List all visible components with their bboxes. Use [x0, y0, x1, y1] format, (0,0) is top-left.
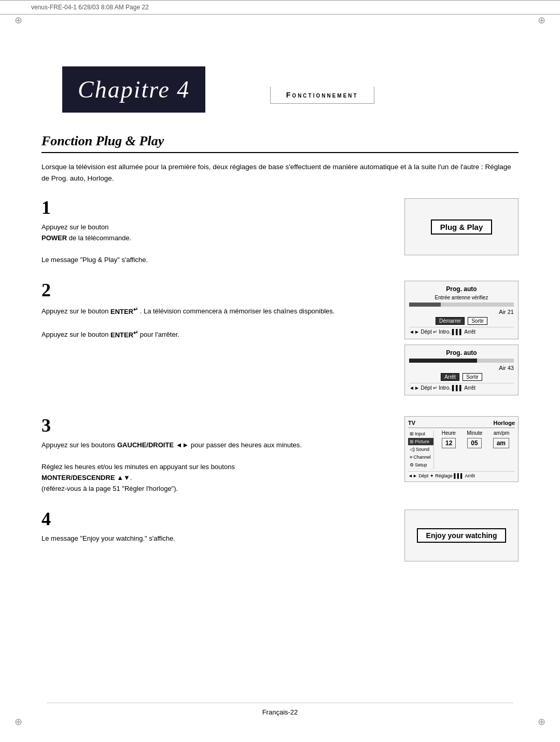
step-1-screen: Plug & Play: [404, 198, 519, 255]
clock-main: Heure Minute am/pm 12 05 am: [436, 430, 515, 469]
page-footer: Français-22: [0, 703, 560, 716]
step-1-tv-screen: Plug & Play: [404, 198, 519, 255]
step-3: 3 Appuyez sur les boutons GAUCHE/DROITE …: [41, 416, 519, 494]
sidebar-setup: ⚙Setup: [408, 461, 433, 469]
step-2-text-line3: Appuyez sur le bouton: [41, 331, 108, 339]
step-4: 4 Le message "Enjoy your watching." s'af…: [41, 510, 519, 561]
header-meta: venus-FRE-04-1 6/28/03 8:08 AM Page 22: [31, 4, 149, 11]
step-3-text-line2: pour passer des heures aux minutes.: [191, 441, 302, 449]
step-3-text-line4: .: [130, 474, 132, 482]
prog-auto-channel-1: Air 21: [499, 309, 514, 315]
clock-col3: am/pm: [494, 430, 510, 436]
main-content: Fonction Plug & Play Lorsque la télévisi…: [41, 133, 519, 561]
fonctionnement-label: Fonctionnement: [286, 91, 358, 99]
prog-auto-btns-1: Démarrer Sortir: [409, 317, 514, 325]
section-title: Fonction Plug & Play: [41, 133, 519, 153]
step-3-bold2: MONTER/DESCENDRE ▲▼: [41, 474, 130, 482]
footer-text: Français-22: [262, 708, 298, 716]
enjoy-screen: Enjoy your watching: [404, 510, 519, 561]
step-2-text-line1: Appuyez sur le bouton: [41, 308, 108, 315]
prog-auto-screen-2: Prog. auto Air 43 Arrêt Sortir ◄► Dépt ↵…: [404, 345, 519, 395]
clock-nav: ◄► Dépt ✦ Réglage ▌▌▌ Arrêt: [408, 471, 515, 478]
prog-auto-fill-2: [409, 359, 477, 363]
step-4-number: 4: [41, 510, 394, 528]
prog-auto-subtitle-1: Entrée antenne vérifiez: [409, 295, 514, 300]
step-4-screen: Enjoy your watching: [404, 510, 519, 561]
prog-auto-nav-2: ◄► Dépt ↵ Intro. ▌▌▌ Arrêt: [409, 383, 514, 391]
prog-auto-channel-row-1: Air 21: [409, 309, 514, 315]
clock-body: ⊞Input ⊞Picture ◁)Sound ≡Channel: [408, 430, 515, 469]
step-1-text-line2: de la télécommande.: [67, 234, 131, 242]
step-2-text-line4: pour l'arrêter.: [140, 331, 179, 339]
clock-col2: Minute: [467, 430, 482, 436]
clock-horloge-label: Horloge: [493, 420, 515, 426]
step-2-screens: Prog. auto Entrée antenne vérifiez Air 2…: [404, 281, 519, 401]
step-2-text-line2: . La télévision commencera à mémoriser l…: [140, 308, 335, 315]
prog-auto-btn2-2: Sortir: [463, 373, 482, 381]
step-1-screen-label: Plug & Play: [431, 219, 493, 235]
prog-auto-progress-2: [409, 359, 514, 363]
clock-screen: TV Horloge ⊞Input ⊞Picture ◁)S: [404, 416, 519, 482]
prog-auto-btn2-1: Sortir: [468, 317, 487, 325]
reg-mark-tr: ⊕: [538, 15, 545, 26]
clock-hour: 12: [442, 438, 456, 448]
step-2: 2 Appuyez sur le bouton ENTER↵ . La télé…: [41, 281, 519, 401]
prog-auto-channel-row-2: Air 43: [409, 365, 514, 371]
enjoy-label: Enjoy your watching: [417, 528, 507, 543]
step-2-left: 2 Appuyez sur le bouton ENTER↵ . La télé…: [41, 281, 394, 340]
step-3-left: 3 Appuyez sur les boutons GAUCHE/DROITE …: [41, 416, 394, 494]
clock-col1: Heure: [442, 430, 456, 436]
step-3-text: Appuyez sur les boutons GAUCHE/DROITE ◄►…: [41, 440, 394, 494]
step-3-text-line5: (référez-vous à la page 51 "Régler l'hor…: [41, 485, 178, 492]
sidebar-picture: ⊞Picture: [408, 438, 433, 446]
step-2-text: Appuyez sur le bouton ENTER↵ . La télévi…: [41, 305, 394, 340]
clock-minute: 05: [467, 438, 481, 448]
reg-mark-bl: ⊕: [15, 716, 22, 727]
prog-auto-title-1: Prog. auto: [409, 285, 514, 293]
prog-auto-btn1-1: Démarrer: [436, 317, 465, 325]
prog-auto-progress-1: [409, 303, 514, 307]
page: ⊕ ⊕ ⊕ ⊕ venus-FRE-04-1 6/28/03 8:08 AM P…: [0, 0, 560, 742]
clock-header: TV Horloge: [408, 420, 515, 428]
step-1-bold1: POWER: [41, 234, 67, 242]
step-4-left: 4 Le message "Enjoy your watching." s'af…: [41, 510, 394, 544]
chapter-box: Chapitre 4: [62, 66, 205, 113]
sidebar-sound: ◁)Sound: [408, 446, 433, 454]
clock-values: 12 05 am: [436, 438, 515, 448]
prog-auto-channel-2: Air 43: [499, 365, 514, 371]
intro-paragraph: Lorsque la télévision est allumée pour l…: [41, 161, 519, 184]
step-1-number: 1: [41, 198, 394, 217]
reg-mark-br: ⊕: [538, 716, 545, 727]
step-2-bold1: ENTER↵: [110, 308, 138, 315]
step-4-text-line1: Le message "Enjoy your watching." s'affi…: [41, 534, 175, 542]
clock-sidebar: ⊞Input ⊞Picture ◁)Sound ≡Channel: [408, 430, 434, 469]
sidebar-channel: ≡Channel: [408, 454, 433, 461]
step-3-text-line1: Appuyez sur les boutons: [41, 441, 115, 449]
prog-auto-nav-1: ◄► Dépt ↵ Intro. ▌▌▌ Arrêt: [409, 327, 514, 335]
step-2-bold2: ENTER↵: [110, 331, 138, 339]
prog-auto-fill-1: [409, 303, 441, 307]
step-1-text-line3: Le message "Plug & Play" s'affiche.: [41, 256, 148, 264]
prog-auto-btns-2: Arrêt Sortir: [409, 373, 514, 381]
step-1-text: Appuyez sur le bouton POWER de la téléco…: [41, 222, 394, 265]
step-3-bold1: GAUCHE/DROITE ◄►: [117, 441, 189, 449]
step-1-left: 1 Appuyez sur le bouton POWER de la télé…: [41, 198, 394, 265]
chapter-title: Chapitre 4: [78, 76, 190, 103]
step-3-text-line3: Réglez les heures et/ou les minutes en a…: [41, 463, 235, 471]
step-3-screen: TV Horloge ⊞Input ⊞Picture ◁)S: [404, 416, 519, 482]
step-4-text: Le message "Enjoy your watching." s'affi…: [41, 533, 394, 544]
step-2-number: 2: [41, 281, 394, 299]
step-1-text-line1: Appuyez sur le bouton: [41, 223, 108, 231]
step-3-number: 3: [41, 416, 394, 435]
clock-tv-label: TV: [408, 420, 415, 426]
clock-col-headers: Heure Minute am/pm: [436, 430, 515, 436]
reg-mark-tl: ⊕: [15, 15, 22, 26]
step-1: 1 Appuyez sur le bouton POWER de la télé…: [41, 198, 519, 265]
prog-auto-screen-1: Prog. auto Entrée antenne vérifiez Air 2…: [404, 281, 519, 339]
page-header: venus-FRE-04-1 6/28/03 8:08 AM Page 22: [0, 0, 560, 15]
clock-ampm: am: [493, 438, 509, 448]
sidebar-input: ⊞Input: [408, 430, 433, 438]
fonctionnement-box: Fonctionnement: [270, 87, 374, 104]
prog-auto-title-2: Prog. auto: [409, 349, 514, 356]
prog-auto-btn1-2: Arrêt: [441, 373, 459, 381]
